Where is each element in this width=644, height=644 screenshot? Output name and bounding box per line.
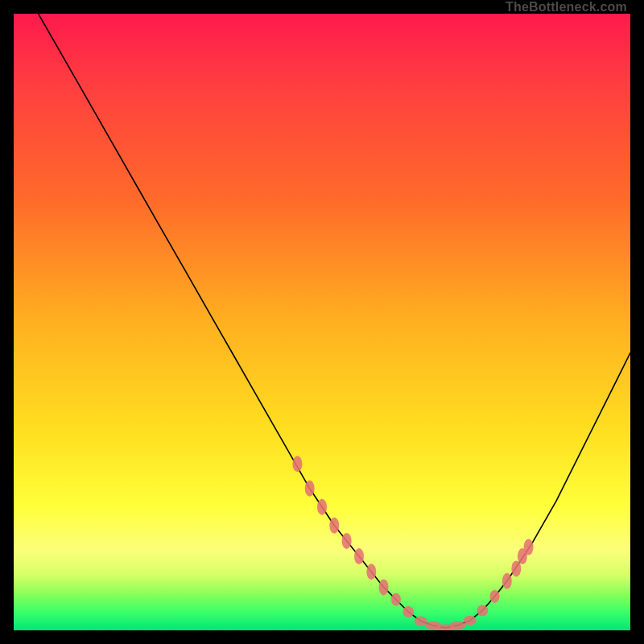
- marker-point: [354, 548, 364, 564]
- plot-area: [14, 14, 630, 630]
- marker-point: [524, 539, 534, 555]
- highlight-markers: [292, 456, 533, 630]
- marker-point: [317, 499, 327, 515]
- marker-point: [379, 579, 389, 595]
- marker-point: [450, 621, 466, 630]
- marker-point: [477, 605, 488, 617]
- marker-point: [402, 606, 414, 617]
- marker-point: [464, 616, 477, 625]
- chart-svg: [14, 14, 630, 630]
- marker-point: [511, 560, 521, 576]
- outer-frame: TheBottleneck.com: [0, 0, 644, 644]
- marker-point: [342, 533, 352, 549]
- marker-point: [391, 593, 401, 606]
- marker-point: [366, 564, 376, 580]
- marker-point: [490, 590, 500, 603]
- marker-point: [502, 573, 512, 589]
- marker-point: [292, 456, 302, 472]
- bottleneck-curve: [14, 14, 630, 628]
- marker-point: [305, 481, 315, 497]
- marker-point: [329, 518, 339, 534]
- watermark-text: TheBottleneck.com: [506, 0, 627, 14]
